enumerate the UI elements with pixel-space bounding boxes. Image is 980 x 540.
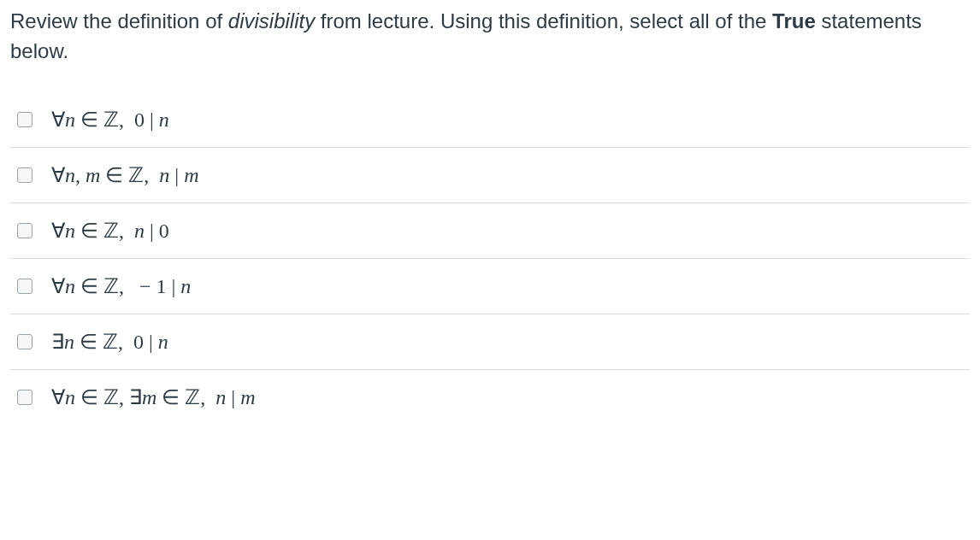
checkbox[interactable] [17,279,32,294]
options-list: ∀n ∈ ℤ, 0 | n ∀n ∈ ℤ, 0 | n ∀n, m ∈ ℤ, n… [10,92,970,425]
option-math: ∀n ∈ ℤ, ∃m ∈ ℤ, n | m ∀n ∈ ℤ, ∃m ∈ ℤ, n … [51,385,256,409]
question-prefix: Review the definition of [10,9,228,32]
question-mid: from lecture. Using this definition, sel… [315,9,772,32]
question-bold: True [772,9,816,32]
option-math: ∀n ∈ ℤ, n | 0 ∀n ∈ ℤ, n | 0 [51,219,169,243]
option-math: ∃n ∈ ℤ, 0 | n ∃n ∈ ℤ, 0 | n [51,330,168,354]
option-row: ∀n ∈ ℤ, ∃m ∈ ℤ, n | m ∀n ∈ ℤ, ∃m ∈ ℤ, n … [10,370,970,425]
checkbox[interactable] [17,223,32,238]
checkbox[interactable] [17,334,32,349]
option-row: ∀n, m ∈ ℤ, n | m ∀n, m ∈ ℤ, n | m [10,148,970,203]
option-math: ∀n, m ∈ ℤ, n | m ∀n, m ∈ ℤ, n | m [51,163,199,187]
checkbox[interactable] [17,167,32,183]
question-page: Review the definition of divisibility fr… [0,0,980,540]
option-math: ∀n ∈ ℤ, 0 | n ∀n ∈ ℤ, 0 | n [51,108,169,132]
option-row: ∀n ∈ ℤ, n | 0 ∀n ∈ ℤ, n | 0 [10,203,970,259]
option-row: ∃n ∈ ℤ, 0 | n ∃n ∈ ℤ, 0 | n [10,314,970,370]
option-math: ∀n ∈ ℤ, − 1 | n ∀n ∈ ℤ, − 1 | n [51,274,191,298]
checkbox[interactable] [17,390,32,405]
checkbox[interactable] [17,112,32,127]
question-term: divisibility [228,9,315,32]
option-row: ∀n ∈ ℤ, 0 | n ∀n ∈ ℤ, 0 | n [10,92,970,148]
question-text: Review the definition of divisibility fr… [10,7,970,67]
option-row: ∀n ∈ ℤ, − 1 | n ∀n ∈ ℤ, − 1 | n [10,259,970,314]
